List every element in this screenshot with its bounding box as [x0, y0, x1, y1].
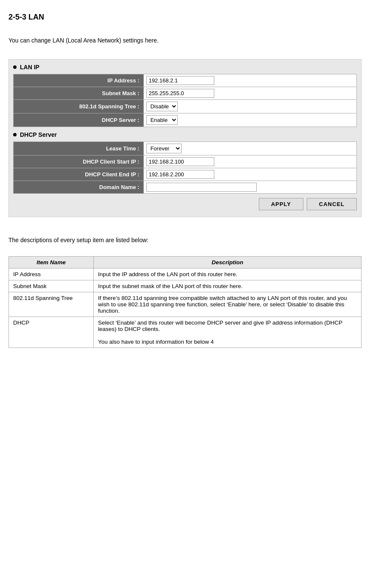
spanning-tree-cell: Disable Enable: [144, 100, 357, 113]
item-desc-cell: If there’s 802.11d spanning tree compati…: [94, 292, 362, 317]
dhcp-start-label: DHCP Client Start IP :: [14, 155, 144, 168]
dhcp-server-select[interactable]: Enable Disable: [146, 115, 178, 125]
lan-ip-header: LAN IP: [13, 64, 357, 71]
ip-address-label: IP Address :: [14, 74, 144, 87]
dhcp-start-input[interactable]: [146, 157, 214, 166]
dhcp-end-cell: [144, 168, 357, 181]
apply-button[interactable]: APPLY: [259, 198, 303, 210]
subnet-mask-input[interactable]: [146, 89, 214, 98]
item-name-cell: DHCP: [9, 317, 94, 348]
lease-time-select[interactable]: Forever 1 Hour 4 Hours 8 Hours 24 Hours: [146, 144, 182, 153]
page-title: 2-5-3 LAN: [8, 13, 362, 22]
dhcp-end-label: DHCP Client End IP :: [14, 168, 144, 181]
domain-name-cell: [144, 181, 357, 194]
desc-intro-text: The descriptions of every setup item are…: [8, 237, 362, 243]
lan-ip-label: LAN IP: [20, 64, 39, 71]
subnet-mask-cell: [144, 87, 357, 100]
item-name-cell: IP Address: [9, 269, 94, 280]
ip-address-input[interactable]: [146, 76, 214, 85]
item-name-cell: Subnet Mask: [9, 280, 94, 292]
spanning-tree-label: 802.1d Spanning Tree :: [14, 100, 144, 113]
intro-text: You can change LAN (Local Area Network) …: [8, 37, 362, 44]
dhcp-server-table: Lease Time : Forever 1 Hour 4 Hours 8 Ho…: [13, 141, 357, 194]
item-desc-cell: Input the subnet mask of the LAN port of…: [94, 280, 362, 292]
table-row: IP Address :: [14, 74, 357, 87]
config-panel: LAN IP IP Address : Subnet Mask : 802.1d…: [8, 59, 362, 217]
col-item-name: Item Name: [9, 257, 94, 269]
table-row: 802.11d Spanning Tree If there’s 802.11d…: [9, 292, 362, 317]
col-description: Description: [94, 257, 362, 269]
table-row: DHCP Select ‘Enable’ and this router wil…: [9, 317, 362, 348]
dhcp-server-label: DHCP Server :: [14, 113, 144, 127]
cancel-button[interactable]: CANCEL: [307, 198, 357, 210]
dhcp-start-cell: [144, 155, 357, 168]
item-desc-cell: Select ‘Enable’ and this router will bec…: [94, 317, 362, 348]
button-row: APPLY CANCEL: [13, 198, 357, 210]
lease-time-label: Lease Time :: [14, 142, 144, 155]
table-row: DHCP Server : Enable Disable: [14, 113, 357, 127]
dhcp-server-header: DHCP Server: [13, 131, 357, 138]
lan-ip-table: IP Address : Subnet Mask : 802.1d Spanni…: [13, 74, 357, 127]
domain-name-label: Domain Name :: [14, 181, 144, 194]
table-row: IP Address Input the IP address of the L…: [9, 269, 362, 280]
table-row: Lease Time : Forever 1 Hour 4 Hours 8 Ho…: [14, 142, 357, 155]
spanning-tree-select[interactable]: Disable Enable: [146, 102, 178, 111]
bullet-icon: [13, 65, 17, 69]
item-name-cell: 802.11d Spanning Tree: [9, 292, 94, 317]
table-row: DHCP Client Start IP :: [14, 155, 357, 168]
subnet-mask-label: Subnet Mask :: [14, 87, 144, 100]
table-row: Domain Name :: [14, 181, 357, 194]
ip-address-cell: [144, 74, 357, 87]
dhcp-server-cell: Enable Disable: [144, 113, 357, 127]
table-row: 802.1d Spanning Tree : Disable Enable: [14, 100, 357, 113]
domain-name-input[interactable]: [146, 183, 257, 192]
bullet-icon: [13, 133, 17, 136]
dhcp-end-input[interactable]: [146, 170, 214, 179]
table-row: Subnet Mask :: [14, 87, 357, 100]
table-row: Subnet Mask Input the subnet mask of the…: [9, 280, 362, 292]
table-header-row: Item Name Description: [9, 257, 362, 269]
dhcp-server-label-header: DHCP Server: [20, 131, 57, 138]
item-desc-cell: Input the IP address of the LAN port of …: [94, 269, 362, 280]
lease-time-cell: Forever 1 Hour 4 Hours 8 Hours 24 Hours: [144, 142, 357, 155]
table-row: DHCP Client End IP :: [14, 168, 357, 181]
description-table: Item Name Description IP Address Input t…: [8, 256, 362, 348]
